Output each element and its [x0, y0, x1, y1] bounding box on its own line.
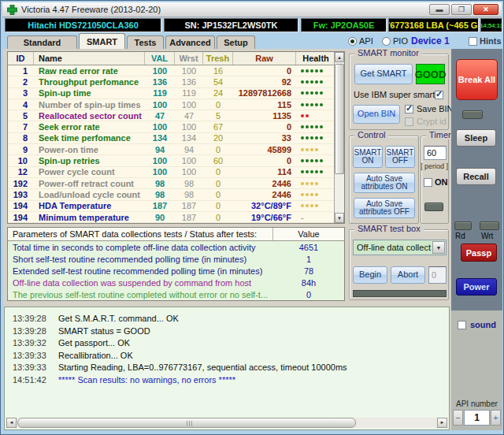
- maximize-icon[interactable]: ❐: [451, 4, 472, 15]
- hints-checkbox[interactable]: Hints: [469, 36, 502, 46]
- table-scrollbar[interactable]: ▲ ▼: [334, 52, 344, 223]
- cell-raw: 1135: [233, 111, 296, 121]
- cell-raw: 92: [233, 77, 296, 87]
- sound-checkbox-row[interactable]: sound: [458, 320, 496, 329]
- log-message: Get S.M.A.R.T. command... OK: [58, 314, 179, 323]
- params-row[interactable]: Off-line data collection was suspended b…: [8, 277, 344, 289]
- period-label: [ period ]: [421, 162, 448, 170]
- smart-off-button[interactable]: SMART OFF: [385, 146, 415, 168]
- health-dot: [301, 204, 304, 207]
- cell-wrst: 134: [175, 133, 203, 143]
- health-dot: [306, 80, 309, 84]
- test-type-dropdown[interactable]: Off-line data collect ▼: [353, 240, 447, 255]
- ibm-smart-checkbox[interactable]: [435, 91, 443, 99]
- table-row[interactable]: 9Power-on time9494045899: [8, 144, 344, 155]
- log-line: 13:39:33Recallibration... OK: [5, 351, 449, 363]
- log-scroll-thumb[interactable]: [17, 418, 356, 428]
- table-row[interactable]: 193Load/unload cycle count989802446: [8, 189, 344, 200]
- close-icon[interactable]: ✕: [473, 4, 498, 15]
- cell-tresh: 60: [203, 156, 233, 165]
- tab-standard[interactable]: Standard: [7, 35, 77, 49]
- health-dot: [320, 69, 323, 72]
- cell-wrst: 47: [175, 111, 203, 121]
- scroll-right-icon[interactable]: ►: [437, 418, 447, 428]
- cell-tresh: 20: [203, 133, 233, 143]
- radio-api[interactable]: API: [348, 36, 373, 46]
- tab-advanced[interactable]: Advanced: [165, 35, 215, 49]
- params-row[interactable]: Extended self-test routine recommended p…: [8, 265, 344, 277]
- test-counter-field[interactable]: 0: [428, 266, 447, 284]
- table-row[interactable]: 194Minimum temperature90187019°C/66°F-: [8, 212, 344, 223]
- api-number-decrement[interactable]: −: [453, 410, 463, 426]
- scroll-down-icon[interactable]: ▼: [335, 213, 344, 223]
- break-all-button[interactable]: Break All: [456, 59, 498, 100]
- get-smart-button[interactable]: Get SMART: [354, 64, 413, 84]
- params-row[interactable]: Total time in seconds to complete off-li…: [8, 241, 344, 253]
- autosave-off-button[interactable]: Auto Save attributes OFF: [354, 198, 415, 218]
- table-row[interactable]: 3Spin-up time1191192412897812668: [8, 88, 344, 99]
- params-row[interactable]: Short self-test routine recommended poll…: [8, 253, 344, 265]
- tab-tests[interactable]: Tests: [127, 35, 164, 49]
- crypt-checkbox[interactable]: [405, 117, 413, 126]
- api-number-value[interactable]: 1: [464, 410, 490, 426]
- api-radio-icon[interactable]: [348, 37, 357, 46]
- table-row[interactable]: 4Number of spin-up times1001000115: [8, 99, 344, 110]
- tab-setup[interactable]: Setup: [217, 35, 255, 49]
- col-id: ID: [8, 52, 34, 65]
- passp-button[interactable]: Passp: [461, 244, 497, 262]
- minimize-icon[interactable]: ▬: [429, 4, 450, 15]
- cell-name: Power-off retract count: [34, 179, 145, 188]
- table-row[interactable]: 5Reallocated sector count474751135: [8, 110, 344, 121]
- scroll-up-icon[interactable]: ▲: [335, 52, 344, 62]
- table-row[interactable]: 10Spin-up retries100100600: [8, 155, 344, 166]
- cell-tresh: 24: [203, 88, 233, 98]
- health-dot: [301, 69, 304, 72]
- health-dot: [320, 103, 323, 106]
- params-row[interactable]: The previous self-test routine completed…: [8, 289, 344, 301]
- smart-on-button[interactable]: SMART ON: [353, 146, 383, 168]
- cell-raw: 33: [233, 133, 296, 143]
- log-line: 13:39:28Get S.M.A.R.T. command... OK: [5, 314, 449, 326]
- timer-period-input[interactable]: 60: [424, 146, 447, 160]
- sleep-button[interactable]: Sleep: [456, 129, 496, 147]
- timer-on-checkbox[interactable]: [424, 178, 432, 187]
- scroll-left-icon[interactable]: ◄: [6, 418, 17, 428]
- title-bar[interactable]: Victoria 4.47 Freeware (2013-02-20) ▬ ❐ …: [2, 2, 502, 17]
- save-bin-checkbox[interactable]: [405, 105, 413, 113]
- power-button[interactable]: Power: [456, 278, 497, 296]
- cell-wrst: 98: [175, 190, 203, 199]
- table-row[interactable]: 7Seek error rate100100670: [8, 121, 344, 132]
- abort-button[interactable]: Abort: [391, 266, 425, 284]
- health-dot: [310, 136, 313, 139]
- open-bin-button[interactable]: Open BIN: [353, 105, 400, 124]
- table-row[interactable]: 2Throughput perfomance1361365492: [8, 76, 344, 87]
- timer-title: Timer: [426, 130, 454, 139]
- table-row[interactable]: 192Power-off retract count989802446: [8, 178, 344, 189]
- sound-checkbox-icon[interactable]: [458, 321, 466, 329]
- log-message: Starting Reading, LBA=0..976773167, sequ…: [58, 362, 347, 372]
- cell-health: [296, 125, 335, 128]
- health-dot: [306, 114, 309, 117]
- table-row[interactable]: 194HDA Temperature187187032°C/89°F: [8, 201, 344, 212]
- table-row[interactable]: 8Seek time perfomance1341342033: [8, 133, 344, 144]
- health-dot: [320, 170, 323, 173]
- health-dot: [320, 80, 323, 84]
- radio-pio[interactable]: PIO: [382, 36, 408, 46]
- pio-radio-icon[interactable]: [382, 37, 391, 46]
- cell-health: [296, 204, 335, 207]
- tab-smart[interactable]: SMART: [79, 33, 125, 49]
- begin-button[interactable]: Begin: [353, 266, 387, 284]
- param-text: The previous self-test routine completed…: [8, 290, 273, 299]
- hints-checkbox-icon[interactable]: [469, 37, 477, 46]
- table-row[interactable]: 12Power cycle count1001000114: [8, 167, 344, 178]
- scroll-thumb[interactable]: [335, 64, 344, 174]
- health-dot: [315, 91, 318, 95]
- autosave-on-button[interactable]: Auto Save attributes ON: [354, 173, 415, 193]
- api-number-increment[interactable]: +: [491, 410, 501, 426]
- recall-button[interactable]: Recall: [456, 168, 496, 185]
- health-dot: [315, 103, 318, 106]
- save-bin-label: Save BIN: [417, 104, 453, 113]
- table-row[interactable]: 1Raw read error rate100100160: [8, 65, 344, 76]
- chevron-down-icon[interactable]: ▼: [432, 241, 445, 254]
- log-scrollbar[interactable]: ◄ ►: [6, 418, 447, 428]
